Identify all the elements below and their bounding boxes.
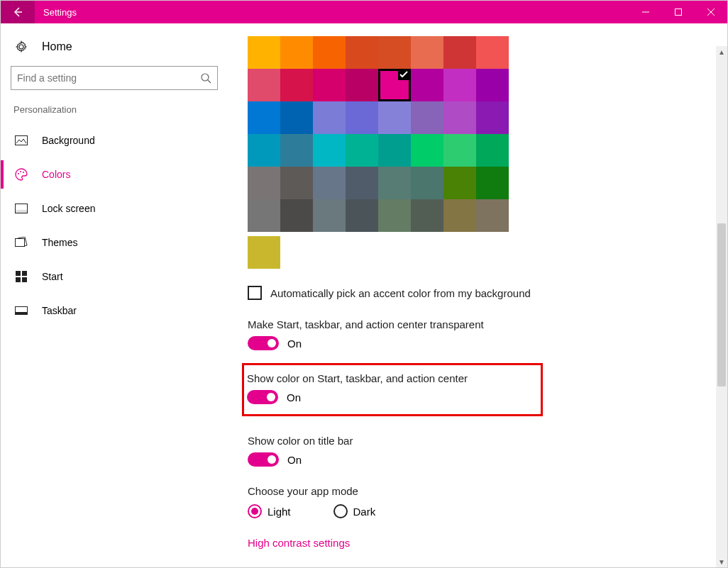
show-color-start-state: On	[287, 391, 301, 403]
app-mode-light-label: Light	[268, 506, 291, 518]
svg-rect-10	[22, 271, 27, 276]
sidebar-item-themes[interactable]: Themes	[1, 225, 228, 260]
color-swatch[interactable]	[411, 167, 443, 199]
search-input[interactable]	[17, 72, 200, 84]
color-swatch[interactable]	[378, 199, 411, 232]
color-swatch[interactable]	[378, 167, 411, 199]
scroll-thumb[interactable]	[717, 223, 726, 386]
show-color-title-state: On	[287, 454, 302, 466]
color-swatch[interactable]	[280, 69, 313, 101]
color-swatch[interactable]	[476, 199, 509, 232]
maximize-button[interactable]	[662, 1, 695, 23]
color-swatch-extra[interactable]	[248, 236, 280, 269]
color-swatch[interactable]	[346, 36, 378, 69]
color-swatch[interactable]	[248, 167, 280, 199]
color-swatch[interactable]	[280, 199, 313, 232]
color-swatch[interactable]	[443, 101, 476, 134]
scroll-down-icon[interactable]: ▼	[716, 556, 727, 567]
transparent-state: On	[287, 338, 302, 350]
svg-rect-11	[16, 277, 21, 282]
high-contrast-link[interactable]: High contrast settings	[248, 537, 350, 549]
svg-rect-14	[16, 312, 28, 315]
svg-point-4	[20, 171, 21, 172]
color-swatch[interactable]	[346, 199, 378, 232]
color-swatch[interactable]	[476, 101, 509, 134]
start-icon	[13, 271, 29, 282]
color-swatch[interactable]	[378, 134, 411, 167]
titlebar: Settings	[1, 1, 727, 23]
auto-color-checkbox[interactable]	[248, 286, 262, 300]
scrollbar[interactable]: ▲ ▼	[716, 46, 727, 567]
app-mode-label: Choose your app mode	[248, 485, 727, 497]
color-swatch[interactable]	[280, 36, 313, 69]
color-swatch[interactable]	[313, 167, 346, 199]
color-swatch[interactable]	[378, 101, 411, 134]
color-swatch[interactable]	[476, 167, 509, 199]
color-swatch[interactable]	[411, 36, 443, 69]
color-swatch[interactable]	[313, 36, 346, 69]
nav-label: Themes	[42, 237, 78, 248]
minimize-button[interactable]	[629, 1, 662, 23]
svg-rect-0	[675, 9, 682, 16]
section-label: Personalization	[1, 104, 228, 123]
color-swatch[interactable]	[411, 199, 443, 232]
themes-icon	[13, 237, 29, 248]
nav-label: Background	[42, 135, 95, 146]
sidebar-item-start[interactable]: Start	[1, 260, 228, 294]
color-swatch[interactable]	[248, 36, 280, 69]
color-swatch[interactable]	[248, 69, 280, 101]
home-button[interactable]: Home	[1, 36, 228, 63]
color-swatch[interactable]	[280, 101, 313, 134]
sidebar-item-lock-screen[interactable]: Lock screen	[1, 191, 228, 225]
color-swatch[interactable]	[346, 167, 378, 199]
svg-point-5	[23, 172, 24, 173]
back-button[interactable]	[1, 1, 35, 23]
picture-icon	[13, 135, 29, 145]
show-color-title-toggle[interactable]	[248, 452, 279, 467]
color-swatch[interactable]	[346, 134, 378, 167]
color-swatch[interactable]	[476, 134, 509, 167]
home-label: Home	[42, 40, 72, 53]
lock-screen-icon	[13, 204, 29, 213]
color-swatch[interactable]	[443, 36, 476, 69]
close-button[interactable]	[695, 1, 727, 23]
show-color-start-toggle[interactable]	[247, 390, 278, 404]
color-swatch[interactable]	[280, 134, 313, 167]
color-swatch[interactable]	[443, 134, 476, 167]
color-swatch[interactable]	[378, 69, 411, 101]
color-grid	[248, 36, 727, 232]
color-swatch[interactable]	[443, 199, 476, 232]
color-swatch[interactable]	[346, 101, 378, 134]
section-heading	[248, 23, 727, 29]
color-swatch[interactable]	[378, 36, 411, 69]
color-swatch[interactable]	[248, 101, 280, 134]
minimize-icon	[641, 8, 650, 16]
color-swatch[interactable]	[248, 134, 280, 167]
app-mode-light-radio[interactable]	[248, 504, 262, 518]
app-mode-dark-label: Dark	[353, 506, 376, 518]
app-mode-dark-radio[interactable]	[333, 504, 348, 518]
scroll-up-icon[interactable]: ▲	[716, 46, 727, 57]
color-swatch[interactable]	[313, 69, 346, 101]
color-swatch[interactable]	[411, 134, 443, 167]
color-swatch[interactable]	[313, 101, 346, 134]
color-swatch[interactable]	[476, 36, 509, 69]
color-swatch[interactable]	[411, 69, 443, 101]
highlight-annotation: Show color on Start, taskbar, and action…	[242, 363, 543, 416]
transparent-toggle[interactable]	[248, 336, 279, 350]
svg-point-3	[18, 173, 19, 174]
color-swatch[interactable]	[313, 134, 346, 167]
color-swatch[interactable]	[280, 167, 313, 199]
color-swatch[interactable]	[411, 101, 443, 134]
search-box[interactable]	[11, 66, 218, 90]
arrow-left-icon	[12, 6, 23, 18]
color-swatch[interactable]	[248, 199, 280, 232]
sidebar-item-taskbar[interactable]: Taskbar	[1, 294, 228, 328]
color-swatch[interactable]	[313, 199, 346, 232]
color-swatch[interactable]	[476, 69, 509, 101]
color-swatch[interactable]	[346, 69, 378, 101]
color-swatch[interactable]	[443, 167, 476, 199]
sidebar-item-colors[interactable]: Colors	[1, 157, 228, 191]
sidebar-item-background[interactable]: Background	[1, 123, 228, 157]
color-swatch[interactable]	[443, 69, 476, 101]
